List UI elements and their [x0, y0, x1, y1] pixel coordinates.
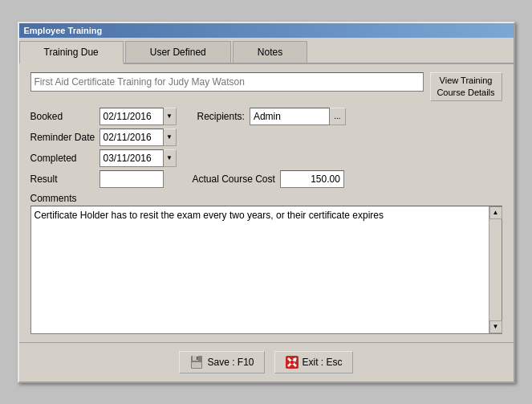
training-title-input[interactable] [30, 72, 424, 92]
reminder-date-field[interactable] [99, 129, 164, 146]
main-window: Employee Training Training Due User Defi… [18, 22, 515, 383]
reminder-label: Reminder Date [30, 132, 95, 143]
form-content: View Training Course Details Booked ▼ Re… [19, 64, 514, 342]
exit-button[interactable]: Exit : Esc [274, 351, 353, 373]
scroll-up-button[interactable]: ▲ [489, 206, 502, 219]
svg-rect-2 [192, 362, 201, 368]
view-training-button[interactable]: View Training Course Details [430, 72, 502, 101]
completed-date-input: ▼ [99, 149, 177, 167]
tab-user-defined[interactable]: User Defined [125, 41, 231, 63]
footer: Save : F10 Exit : Esc [19, 342, 514, 382]
booked-label: Booked [30, 111, 95, 122]
recipients-label: Recipients: [197, 111, 245, 122]
title-bar: Employee Training [19, 23, 514, 38]
recipients-browse-button[interactable]: ... [330, 108, 346, 125]
exit-icon [285, 355, 299, 369]
recipients-input-group: ... [250, 108, 346, 125]
reminder-date-input: ▼ [99, 129, 177, 146]
completed-date-field[interactable] [99, 149, 164, 167]
exit-label: Exit : Esc [303, 357, 343, 368]
save-button[interactable]: Save : F10 [179, 351, 264, 373]
comments-area-wrapper: Certificate Holder has to resit the exam… [30, 206, 502, 334]
completed-date-dropdown[interactable]: ▼ [164, 149, 177, 167]
tab-bar: Training Due User Defined Notes [19, 38, 514, 64]
completed-label: Completed [30, 153, 95, 164]
svg-rect-3 [197, 357, 198, 360]
save-icon [189, 355, 204, 369]
top-row: View Training Course Details [30, 72, 502, 101]
actual-cost-label: Actual Course Cost [193, 173, 275, 185]
actual-cost-field[interactable] [280, 170, 344, 188]
svg-rect-7 [290, 361, 294, 364]
tab-training-due[interactable]: Training Due [19, 41, 124, 64]
result-label: Result [30, 173, 95, 185]
window-title: Employee Training [24, 26, 103, 35]
reminder-date-dropdown[interactable]: ▼ [164, 129, 177, 146]
booked-date-field[interactable] [99, 108, 164, 125]
comments-scrollbar: ▲ ▼ [489, 206, 502, 333]
recipients-field[interactable] [250, 108, 330, 125]
comments-textarea[interactable]: Certificate Holder has to resit the exam… [31, 206, 489, 333]
scroll-down-button[interactable]: ▼ [489, 320, 502, 333]
result-field[interactable] [99, 170, 164, 188]
booked-date-input: ▼ [99, 108, 177, 125]
tab-notes[interactable]: Notes [233, 41, 307, 63]
save-label: Save : F10 [207, 357, 254, 368]
booked-date-dropdown[interactable]: ▼ [164, 108, 177, 125]
comments-label: Comments [30, 193, 502, 204]
